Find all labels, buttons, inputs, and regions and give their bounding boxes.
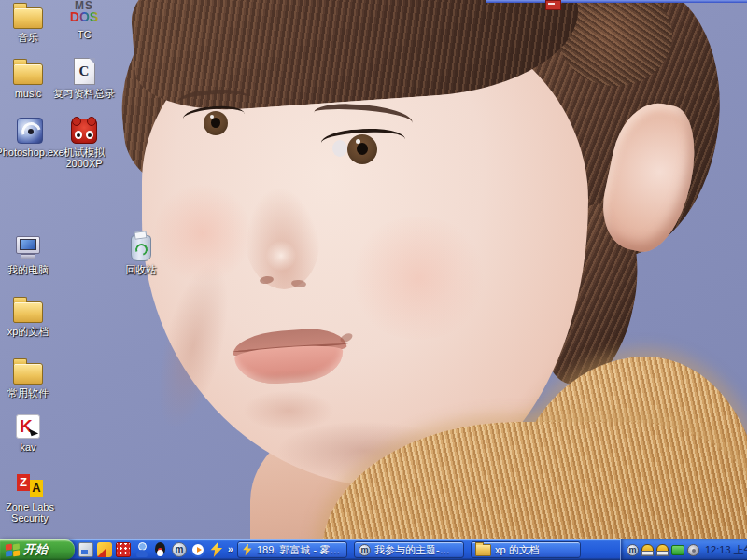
desktop-icon-exam-simulator[interactable]: 机试模拟2000XP — [52, 119, 116, 169]
start-button-label: 开始 — [23, 541, 48, 558]
maxthon-icon — [359, 544, 371, 556]
taskbar-clock[interactable]: 12:13 上午 — [705, 543, 747, 557]
desktop-icon-common-software[interactable]: 常用软件 — [0, 357, 56, 399]
maxthon-tray-icon[interactable] — [627, 544, 639, 556]
task-button-browser[interactable]: 我参与的主题-电脑... — [354, 541, 464, 558]
desktop-screen: 音乐 TC music 复习资料总录 Photoshop.exe 机试模拟200… — [0, 0, 747, 560]
windows-logo-icon — [6, 543, 20, 556]
show-desktop-icon[interactable] — [78, 542, 93, 557]
system-tray: 12:13 上午 — [620, 539, 747, 560]
icon-label: 机试模拟2000XP — [63, 147, 105, 169]
quick-launch-overflow-chevron[interactable]: » — [228, 542, 233, 557]
desktop-icon-tc[interactable]: TC — [56, 1, 112, 40]
start-button[interactable]: 开始 — [0, 539, 75, 560]
wallpaper-left-eye — [183, 105, 247, 140]
monitor-tray-icon[interactable] — [687, 544, 699, 556]
task-button-label: xp 的文档 — [495, 543, 540, 557]
taskbar: 开始 » 189. 郭富城 - 雾里... 我参与的主题-电脑... xp 的文… — [0, 539, 747, 560]
folder-icon — [13, 63, 43, 85]
icon-label: 常用软件 — [7, 387, 49, 399]
icon-label: 我的电脑 — [7, 264, 49, 275]
wallpaper-cheek-left — [155, 181, 250, 286]
quick-launch-bar: » — [78, 539, 235, 560]
zonealarm-icon — [16, 474, 44, 498]
icon-label: xp的文档 — [7, 326, 49, 337]
kaspersky-icon — [16, 414, 40, 439]
hidden-window-edge — [486, 0, 747, 3]
desktop-icon-xp-docs[interactable]: xp的文档 — [0, 296, 56, 337]
recycle-bin-icon — [131, 235, 151, 261]
icon-label: music — [15, 88, 42, 99]
media-player-icon[interactable] — [190, 542, 205, 557]
red-window-sliver — [545, 0, 561, 10]
photoshop-icon — [17, 118, 43, 144]
desktop-icon-kav[interactable]: kav — [0, 414, 56, 453]
qq-icon[interactable] — [153, 542, 168, 557]
task-button-winamp[interactable]: 189. 郭富城 - 雾里... — [237, 541, 347, 558]
folder-icon — [475, 544, 491, 556]
icon-label: TC — [78, 29, 92, 40]
flashget-icon[interactable] — [97, 542, 112, 557]
desktop-icon-music-folder-cn[interactable]: 音乐 — [0, 2, 56, 43]
maxthon-icon[interactable] — [172, 542, 187, 557]
desktop-icon-recycle-bin[interactable]: 回收站 — [113, 235, 169, 275]
winamp-icon — [242, 544, 253, 556]
wallpaper-cheek-right — [347, 217, 489, 340]
game-icon[interactable] — [116, 542, 131, 557]
task-button-folder[interactable]: xp 的文档 — [471, 541, 581, 558]
qq-contact-tray-icon[interactable] — [641, 544, 654, 556]
folder-icon — [13, 7, 43, 29]
my-computer-icon — [14, 236, 42, 261]
icon-label: kav — [20, 441, 35, 453]
green-status-tray-icon[interactable] — [671, 545, 684, 555]
desktop-icon-zonealarm[interactable]: Zone LabsSecurity — [0, 474, 60, 524]
icon-label: 音乐 — [18, 32, 38, 43]
desktop-icon-photoshop[interactable]: Photoshop.exe — [0, 118, 60, 158]
task-button-label: 189. 郭富城 - 雾里... — [257, 543, 343, 557]
desktop-icon-review-notes[interactable]: 复习资料总录 — [45, 58, 123, 99]
desktop-icon-my-computer[interactable]: 我的电脑 — [0, 236, 56, 275]
icon-label: Zone LabsSecurity — [6, 501, 54, 524]
wallpaper-nose-highlight — [265, 241, 297, 271]
folder-icon — [13, 301, 43, 323]
bear-app-icon — [71, 119, 97, 144]
document-icon — [74, 58, 95, 85]
msn-messenger-icon[interactable] — [134, 542, 149, 557]
ms-dos-icon — [69, 1, 99, 26]
winamp-icon[interactable] — [209, 542, 224, 557]
folder-icon — [13, 363, 43, 385]
task-button-label: 我参与的主题-电脑... — [374, 543, 459, 557]
icon-label: 复习资料总录 — [53, 88, 115, 99]
icon-label: 回收站 — [126, 264, 157, 275]
qq-contact-tray-icon[interactable] — [656, 544, 669, 556]
wallpaper-right-eye — [321, 127, 407, 172]
